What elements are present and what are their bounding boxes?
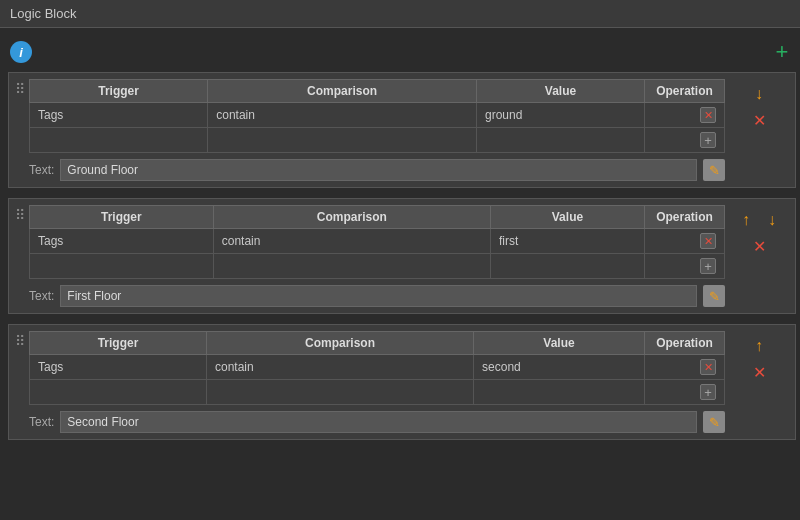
block-table-2: Trigger Comparison Value Operation Tags … [29, 205, 725, 279]
add-block-button[interactable]: + [770, 40, 794, 64]
block-controls-3: ↑ ✕ [729, 331, 789, 383]
table-row: Tags contain first ✕ [30, 229, 725, 254]
col-trigger-3: Trigger [30, 332, 207, 355]
col-value-3: Value [474, 332, 645, 355]
edit-btn-3[interactable]: ✎ [703, 411, 725, 433]
remove-row-btn[interactable]: ✕ [700, 107, 716, 123]
col-value-2: Value [490, 206, 644, 229]
remove-row-btn-2[interactable]: ✕ [700, 233, 716, 249]
table-row: Tags contain second ✕ [30, 355, 725, 380]
info-icon[interactable]: i [10, 41, 32, 63]
window-title: Logic Block [10, 6, 76, 21]
cell-trigger: Tags [30, 103, 208, 128]
text-input-3[interactable] [60, 411, 697, 433]
text-label-3: Text: [29, 415, 54, 429]
block-inner-2: Trigger Comparison Value Operation Tags … [29, 205, 725, 307]
remove-row-btn-3[interactable]: ✕ [700, 359, 716, 375]
block-table-3: Trigger Comparison Value Operation Tags … [29, 331, 725, 405]
drag-handle-2[interactable]: ⠿ [15, 205, 25, 223]
drag-handle-3[interactable]: ⠿ [15, 331, 25, 349]
text-row-1: Text: ✎ [29, 159, 725, 181]
col-value-1: Value [477, 80, 645, 103]
delete-btn-3[interactable]: ✕ [748, 361, 770, 383]
cell-value: first [490, 229, 644, 254]
col-operation-2: Operation [645, 206, 725, 229]
text-label-2: Text: [29, 289, 54, 303]
top-controls: i + [8, 36, 796, 72]
text-input-2[interactable] [60, 285, 697, 307]
logic-block-1: ⠿ Trigger Comparison Value Operation Tag… [8, 72, 796, 188]
col-trigger-1: Trigger [30, 80, 208, 103]
logic-block-2: ⠿ Trigger Comparison Value Operation Tag… [8, 198, 796, 314]
col-operation-3: Operation [645, 332, 725, 355]
up-down-row-2: ↑ ↓ [735, 209, 783, 231]
cell-operation: ✕ [645, 229, 725, 254]
text-label-1: Text: [29, 163, 54, 177]
col-operation-1: Operation [645, 80, 725, 103]
col-comparison-2: Comparison [213, 206, 490, 229]
table-row-empty: + [30, 380, 725, 405]
cell-operation: ✕ [645, 355, 725, 380]
col-comparison-1: Comparison [208, 80, 477, 103]
block-table-1: Trigger Comparison Value Operation Tags … [29, 79, 725, 153]
text-input-1[interactable] [60, 159, 697, 181]
cell-value: second [474, 355, 645, 380]
add-row-btn-1[interactable]: + [700, 132, 716, 148]
drag-handle-1[interactable]: ⠿ [15, 79, 25, 97]
col-trigger-2: Trigger [30, 206, 214, 229]
block-inner-3: Trigger Comparison Value Operation Tags … [29, 331, 725, 433]
move-up-btn-3[interactable]: ↑ [748, 335, 770, 357]
delete-btn-2[interactable]: ✕ [748, 235, 770, 257]
move-down-btn-2[interactable]: ↓ [761, 209, 783, 231]
logic-block-3: ⠿ Trigger Comparison Value Operation Tag… [8, 324, 796, 440]
table-row-empty: + [30, 254, 725, 279]
cell-trigger: Tags [30, 355, 207, 380]
table-row: Tags contain ground ✕ [30, 103, 725, 128]
content-area: i + ⠿ Trigger Comparison Value Operation [0, 28, 800, 516]
text-row-3: Text: ✎ [29, 411, 725, 433]
cell-comparison: contain [208, 103, 477, 128]
delete-btn-1[interactable]: ✕ [748, 109, 770, 131]
add-row-btn-3[interactable]: + [700, 384, 716, 400]
cell-value: ground [477, 103, 645, 128]
cell-comparison: contain [213, 229, 490, 254]
block-controls-1: ↓ ✕ [729, 79, 789, 131]
cell-operation: ✕ [645, 103, 725, 128]
move-down-btn-1[interactable]: ↓ [748, 83, 770, 105]
cell-comparison: contain [207, 355, 474, 380]
add-row-btn-2[interactable]: + [700, 258, 716, 274]
edit-btn-2[interactable]: ✎ [703, 285, 725, 307]
title-bar: Logic Block [0, 0, 800, 28]
move-up-btn-2[interactable]: ↑ [735, 209, 757, 231]
text-row-2: Text: ✎ [29, 285, 725, 307]
col-comparison-3: Comparison [207, 332, 474, 355]
cell-trigger: Tags [30, 229, 214, 254]
table-row-empty: + [30, 128, 725, 153]
block-controls-2: ↑ ↓ ✕ [729, 205, 789, 257]
edit-btn-1[interactable]: ✎ [703, 159, 725, 181]
block-inner-1: Trigger Comparison Value Operation Tags … [29, 79, 725, 181]
